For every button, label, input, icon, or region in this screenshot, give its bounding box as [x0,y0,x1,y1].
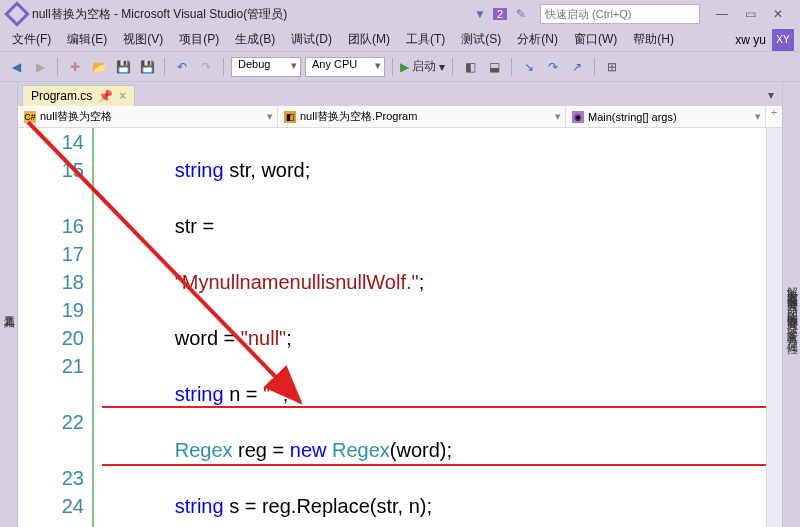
menu-bar: 文件(F) 编辑(E) 视图(V) 项目(P) 生成(B) 调试(D) 团队(M… [0,28,800,52]
csharp-project-icon: C# [24,111,36,123]
platform-combo[interactable]: Any CPU [305,57,385,77]
avatar[interactable]: XY [772,29,794,51]
user-name[interactable]: xw yu [735,33,766,47]
down-icon[interactable]: ▼ [474,7,486,21]
menu-test[interactable]: 测试(S) [455,29,507,50]
menu-team[interactable]: 团队(M) [342,29,396,50]
step-into-icon[interactable]: ↘ [519,57,539,77]
vs-logo-icon [4,1,29,26]
new-button[interactable]: ✚ [65,57,85,77]
tb-icon-3[interactable]: ⊞ [602,57,622,77]
tab-label: Program.cs [31,89,92,103]
code-body[interactable]: string str, word; str = "Mynullnamenulli… [102,128,766,527]
toolbox-rail[interactable]: 工具箱 [0,82,18,527]
nav-method[interactable]: ◉ Main(string[] args) [566,106,766,127]
toolbar: ◀ ▶ ✚ 📂 💾 💾 ↶ ↷ Debug Any CPU ▶启动 ▾ ◧ ⬓ … [0,52,800,82]
menu-window[interactable]: 窗口(W) [568,29,623,50]
nav-add-button[interactable]: + [766,106,782,127]
right-tool-rails[interactable]: 解决方案资源管理器 团队资源管理器 诊断工具 属性 [782,82,800,527]
menu-help[interactable]: 帮助(H) [627,29,680,50]
code-nav-bar: C# null替换为空格 ◧ null替换为空格.Program ◉ Main(… [18,106,782,128]
title-bar: null替换为空格 - Microsoft Visual Studio(管理员)… [0,0,800,28]
quick-launch-input[interactable] [540,4,700,24]
config-combo[interactable]: Debug [231,57,301,77]
open-button[interactable]: 📂 [89,57,109,77]
minimize-button[interactable]: ― [708,3,736,25]
feedback-icon[interactable]: ✎ [516,7,526,21]
restore-button[interactable]: ▭ [736,3,764,25]
redo-button[interactable]: ↷ [196,57,216,77]
undo-button[interactable]: ↶ [172,57,192,77]
save-all-button[interactable]: 💾 [137,57,157,77]
menu-build[interactable]: 生成(B) [229,29,281,50]
nav-fwd-button[interactable]: ▶ [30,57,50,77]
menu-file[interactable]: 文件(F) [6,29,57,50]
close-button[interactable]: ✕ [764,3,792,25]
tab-overflow-button[interactable]: ▾ [760,84,782,106]
code-view[interactable]: 14 15 16 17 18 19 20 21 22 23 24 string … [18,128,782,527]
window-title: null替换为空格 - Microsoft Visual Studio(管理员) [32,6,287,23]
class-icon: ◧ [284,111,296,123]
tb-icon-2[interactable]: ⬓ [484,57,504,77]
menu-edit[interactable]: 编辑(E) [61,29,113,50]
vertical-scrollbar[interactable] [766,128,782,527]
tab-program-cs[interactable]: Program.cs 📌 × [22,85,135,106]
tb-icon-1[interactable]: ◧ [460,57,480,77]
menu-project[interactable]: 项目(P) [173,29,225,50]
menu-debug[interactable]: 调试(D) [285,29,338,50]
notification-badge[interactable]: 2 [493,8,507,20]
tab-strip: Program.cs 📌 × ▾ [18,82,782,106]
nav-class[interactable]: ◧ null替换为空格.Program [278,106,566,127]
method-icon: ◉ [572,111,584,123]
start-button[interactable]: ▶启动 ▾ [400,58,445,75]
step-over-icon[interactable]: ↷ [543,57,563,77]
annotation-highlight-box [102,406,766,466]
pin-icon[interactable]: 📌 [98,89,113,103]
menu-tools[interactable]: 工具(T) [400,29,451,50]
nav-scope[interactable]: C# null替换为空格 [18,106,278,127]
editor: Program.cs 📌 × ▾ C# null替换为空格 ◧ null替换为空… [18,82,782,527]
menu-analyze[interactable]: 分析(N) [511,29,564,50]
save-button[interactable]: 💾 [113,57,133,77]
step-out-icon[interactable]: ↗ [567,57,587,77]
close-tab-icon[interactable]: × [119,89,126,103]
menu-view[interactable]: 视图(V) [117,29,169,50]
nav-back-button[interactable]: ◀ [6,57,26,77]
line-gutter: 14 15 16 17 18 19 20 21 22 23 24 [18,128,94,527]
